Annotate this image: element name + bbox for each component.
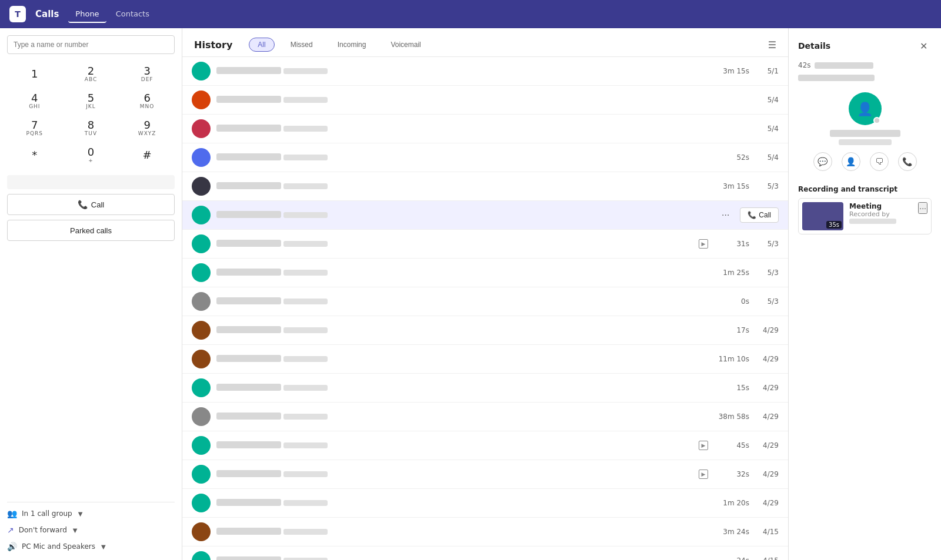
filter-incoming[interactable]: Incoming bbox=[329, 38, 375, 52]
chat-button[interactable]: 💬 bbox=[813, 152, 832, 171]
contact-sub-blurred bbox=[283, 155, 328, 160]
more-options-button[interactable]: ··· bbox=[717, 207, 734, 223]
history-row[interactable]: 5/4 bbox=[182, 86, 788, 115]
avatar bbox=[192, 263, 211, 282]
parked-calls-button[interactable]: Parked calls bbox=[7, 220, 175, 241]
dialpad-key-5[interactable]: 5JKL bbox=[64, 88, 119, 114]
contact-name-blurred bbox=[216, 240, 281, 247]
dialpad-key-8[interactable]: 8TUV bbox=[64, 115, 119, 141]
filter-all[interactable]: All bbox=[249, 38, 274, 52]
call-group-status[interactable]: 👥 In 1 call group ▼ bbox=[7, 507, 175, 520]
profile-button[interactable]: 👤 bbox=[842, 152, 860, 171]
dialpad-key-3[interactable]: 3DEF bbox=[119, 61, 175, 87]
avatar bbox=[192, 148, 211, 167]
call-date: 5/3 bbox=[755, 269, 779, 277]
status-dot bbox=[873, 117, 880, 124]
contact-name-blurred bbox=[216, 125, 281, 132]
dialpad-key-6[interactable]: 6MNO bbox=[119, 88, 175, 114]
voicemail-icon: ▶ bbox=[699, 470, 708, 479]
phone-icon: 📞 bbox=[78, 200, 88, 209]
call-date: 5/3 bbox=[755, 182, 779, 190]
dialpad-key-0[interactable]: 0+ bbox=[64, 142, 119, 168]
call-date: 5/4 bbox=[755, 96, 779, 104]
recorder-name-blurred bbox=[849, 219, 896, 224]
filter-options-icon[interactable]: ☰ bbox=[768, 39, 776, 51]
call-duration: 17s bbox=[714, 326, 749, 334]
call-date: 4/29 bbox=[755, 355, 779, 363]
history-row[interactable]: 3m 15s 5/3 bbox=[182, 172, 788, 201]
dialpad-key-1[interactable]: 1 bbox=[7, 61, 62, 87]
dialpad-key-4[interactable]: 4GHI bbox=[7, 88, 62, 114]
history-row[interactable]: 52s 5/4 bbox=[182, 143, 788, 172]
caller-fullname-blurred bbox=[798, 75, 875, 81]
history-row[interactable]: 5/4 bbox=[182, 115, 788, 143]
center-panel: History All Missed Incoming Voicemail ☰ … bbox=[182, 28, 788, 560]
contact-sub-blurred bbox=[283, 241, 328, 247]
call-duration: 52s bbox=[714, 153, 749, 162]
caller-name-blurred bbox=[815, 62, 873, 69]
dialpad-key-7[interactable]: 7PQRS bbox=[7, 115, 62, 141]
contact-name-blurred bbox=[216, 67, 281, 74]
tab-contacts[interactable]: Contacts bbox=[109, 6, 156, 23]
call-duration: 1m 20s bbox=[714, 499, 749, 507]
call-button[interactable]: 📞 Call bbox=[7, 194, 175, 215]
voicemail-icon: ▶ bbox=[699, 239, 708, 249]
filter-voicemail[interactable]: Voicemail bbox=[382, 38, 429, 52]
recording-thumbnail: 35s bbox=[802, 202, 843, 230]
filter-missed[interactable]: Missed bbox=[282, 38, 322, 52]
avatar bbox=[192, 292, 211, 311]
contact-name-blurred bbox=[216, 413, 281, 420]
chevron-down-icon: ▼ bbox=[101, 544, 106, 550]
dialpad-key-#[interactable]: # bbox=[119, 142, 175, 168]
call-icon: 📞 bbox=[748, 211, 756, 219]
avatar bbox=[192, 494, 211, 512]
search-input[interactable] bbox=[7, 35, 175, 54]
bottom-status: 👥 In 1 call group ▼ ↗ Don't forward ▼ 🔊 … bbox=[7, 502, 175, 553]
tab-phone[interactable]: Phone bbox=[68, 6, 106, 23]
avatar bbox=[192, 350, 211, 368]
row-info bbox=[216, 412, 708, 421]
call-duration: 24s bbox=[714, 556, 749, 560]
contact-sub-blurred bbox=[283, 500, 328, 506]
history-row[interactable]: 38m 58s 4/29 bbox=[182, 403, 788, 431]
contact-sub-blurred bbox=[283, 471, 328, 477]
recording-more-button[interactable]: ··· bbox=[918, 202, 927, 214]
row-info bbox=[216, 182, 708, 191]
contact-sub-blurred bbox=[283, 558, 328, 560]
history-row[interactable]: ··· 📞 Call bbox=[182, 201, 788, 230]
dialpad-key-9[interactable]: 9WXYZ bbox=[119, 115, 175, 141]
close-details-button[interactable]: ✕ bbox=[915, 38, 932, 54]
contact-name-blurred bbox=[216, 355, 281, 362]
row-info bbox=[216, 498, 708, 508]
recording-card[interactable]: 35s Meeting Recorded by ··· bbox=[798, 198, 932, 234]
row-info bbox=[216, 66, 708, 76]
history-row[interactable]: 3m 15s 5/1 bbox=[182, 57, 788, 86]
history-row[interactable]: ▶ 32s 4/29 bbox=[182, 460, 788, 489]
history-header: History All Missed Incoming Voicemail ☰ bbox=[182, 28, 788, 57]
dialpad-key-2[interactable]: 2ABC bbox=[64, 61, 119, 87]
call-action-button[interactable]: 📞 Call bbox=[740, 207, 779, 223]
history-row[interactable]: 0s 5/3 bbox=[182, 287, 788, 316]
call-date: 5/3 bbox=[755, 297, 779, 306]
dialpad-key-*[interactable]: * bbox=[7, 142, 62, 168]
history-row[interactable]: 1m 20s 4/29 bbox=[182, 489, 788, 518]
history-row[interactable]: 1m 25s 5/3 bbox=[182, 259, 788, 287]
history-row[interactable]: 11m 10s 4/29 bbox=[182, 345, 788, 374]
history-row[interactable]: 24s 4/15 bbox=[182, 546, 788, 560]
history-title: History bbox=[194, 39, 232, 51]
call-date: 4/29 bbox=[755, 384, 779, 392]
call-back-button[interactable]: 📞 bbox=[898, 152, 917, 171]
history-row[interactable]: ▶ 45s 4/29 bbox=[182, 431, 788, 460]
device-status[interactable]: 🔊 PC Mic and Speakers ▼ bbox=[7, 540, 175, 553]
history-row[interactable]: 15s 4/29 bbox=[182, 374, 788, 403]
contact-sub-blurred bbox=[283, 327, 328, 333]
forward-status[interactable]: ↗ Don't forward ▼ bbox=[7, 524, 175, 536]
message-button[interactable]: 🗨 bbox=[870, 152, 889, 171]
history-row[interactable]: 17s 4/29 bbox=[182, 316, 788, 345]
speaker-icon: 🔊 bbox=[7, 542, 17, 551]
row-info bbox=[216, 326, 708, 335]
history-row[interactable]: ▶ 31s 5/3 bbox=[182, 230, 788, 259]
history-row[interactable]: 3m 24s 4/15 bbox=[182, 518, 788, 546]
contact-name-blurred bbox=[216, 153, 281, 160]
contact-sub-blurred bbox=[283, 356, 328, 362]
